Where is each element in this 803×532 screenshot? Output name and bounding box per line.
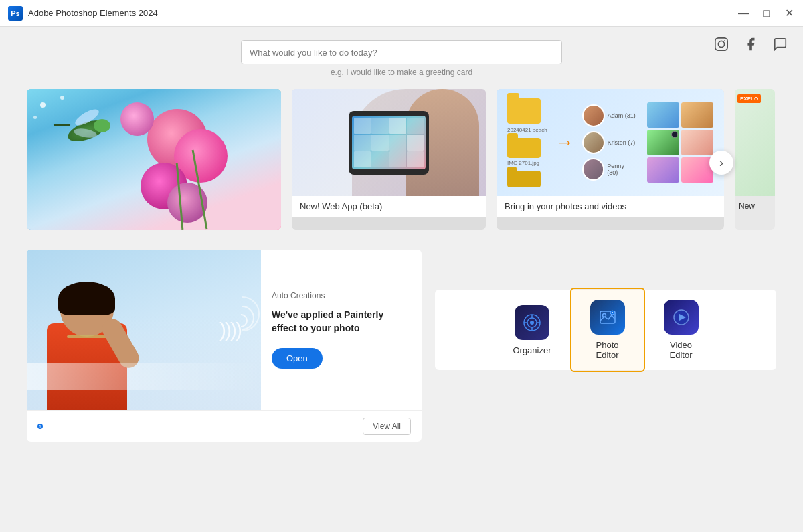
- hummingbird-image: [27, 89, 281, 230]
- webapp-image: [292, 89, 486, 196]
- webapp-label: New! Web App (beta): [292, 196, 486, 217]
- carousel-item-hummingbird[interactable]: [27, 89, 281, 230]
- search-hint: e.g. I would like to make a greeting car…: [331, 68, 472, 77]
- app-option-photo-editor[interactable]: PhotoEditor: [570, 288, 645, 372]
- svg-rect-0: [715, 38, 727, 50]
- window-controls: — □ ✕: [737, 7, 795, 19]
- svg-point-2: [724, 40, 725, 41]
- carousel-item-webapp[interactable]: EXPLORE: [292, 89, 486, 230]
- svg-point-1: [718, 41, 724, 47]
- carousel-item-partial[interactable]: EXPLO New: [735, 89, 775, 230]
- photo-editor-label: PhotoEditor: [596, 340, 619, 360]
- pagination-dots: 1: [37, 424, 43, 429]
- facebook-icon[interactable]: [741, 35, 760, 54]
- search-area: e.g. I would like to make a greeting car…: [27, 27, 776, 84]
- title-bar: Ps Adobe Photoshop Elements 2024 — □ ✕: [0, 0, 803, 27]
- photo-editor-icon: [590, 300, 625, 335]
- social-icons-bar: [712, 35, 790, 54]
- main-content: e.g. I would like to make a greeting car…: [0, 27, 803, 455]
- bottom-section: )))) Auto Creations We've applied a: [27, 250, 776, 442]
- video-editor-icon: [664, 300, 699, 335]
- app-option-video-editor[interactable]: VideoEditor: [645, 289, 717, 371]
- auto-creations-title: We've applied a Painterly effect to your…: [272, 308, 411, 335]
- minimize-button[interactable]: —: [737, 7, 749, 19]
- app-selector: Organizer PhotoEditor: [435, 290, 776, 370]
- auto-creations-card: )))) Auto Creations We've applied a: [27, 250, 422, 442]
- open-button[interactable]: Open: [272, 348, 323, 369]
- app-option-organizer[interactable]: Organizer: [494, 294, 569, 366]
- video-editor-label: VideoEditor: [670, 340, 693, 360]
- carousel-next-button[interactable]: ›: [709, 151, 733, 175]
- carousel-section: EXPLORE: [27, 89, 776, 236]
- photos-label: Bring in your photos and videos: [497, 196, 724, 217]
- title-bar-left: Ps Adobe Photoshop Elements 2024: [8, 6, 158, 21]
- svg-point-5: [530, 321, 534, 325]
- auto-creations-content: )))) Auto Creations We've applied a: [27, 250, 422, 410]
- app-title: Adobe Photoshop Elements 2024: [28, 8, 158, 18]
- maximize-button[interactable]: □: [760, 7, 772, 19]
- search-input[interactable]: [241, 40, 562, 64]
- carousel-item-photos[interactable]: TRY THIS 20240421 beach IMG 2701.jpg: [497, 89, 724, 230]
- chat-icon[interactable]: [771, 35, 790, 54]
- organizer-label: Organizer: [513, 345, 551, 355]
- auto-creations-subtitle: Auto Creations: [272, 291, 411, 300]
- logo-text: Ps: [11, 9, 19, 17]
- app-logo: Ps: [8, 6, 23, 21]
- view-all-button[interactable]: View All: [363, 418, 411, 435]
- partial-label: New: [735, 196, 775, 216]
- close-button[interactable]: ✕: [783, 7, 795, 19]
- organizer-icon: [515, 305, 549, 340]
- painterly-background: )))): [27, 250, 261, 410]
- auto-creations-footer: 1 View All: [27, 410, 422, 442]
- instagram-icon[interactable]: [712, 35, 731, 54]
- auto-creations-info: Auto Creations We've applied a Painterly…: [261, 250, 422, 410]
- carousel-arrow-icon: ›: [719, 156, 723, 170]
- auto-creations-image: )))): [27, 250, 261, 410]
- pagination-dot-1[interactable]: 1: [37, 424, 43, 429]
